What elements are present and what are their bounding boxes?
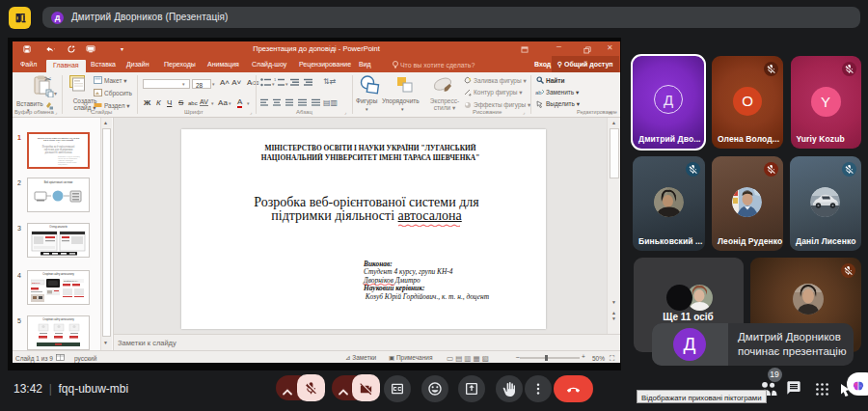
svg-text:Знайдено КІА: Знайдено КІА (64, 280, 79, 283)
svg-text:ДВОРС: ДВОРС (32, 282, 41, 285)
svg-text:ab: ab (535, 90, 542, 96)
svg-text:▾: ▾ (285, 81, 288, 87)
